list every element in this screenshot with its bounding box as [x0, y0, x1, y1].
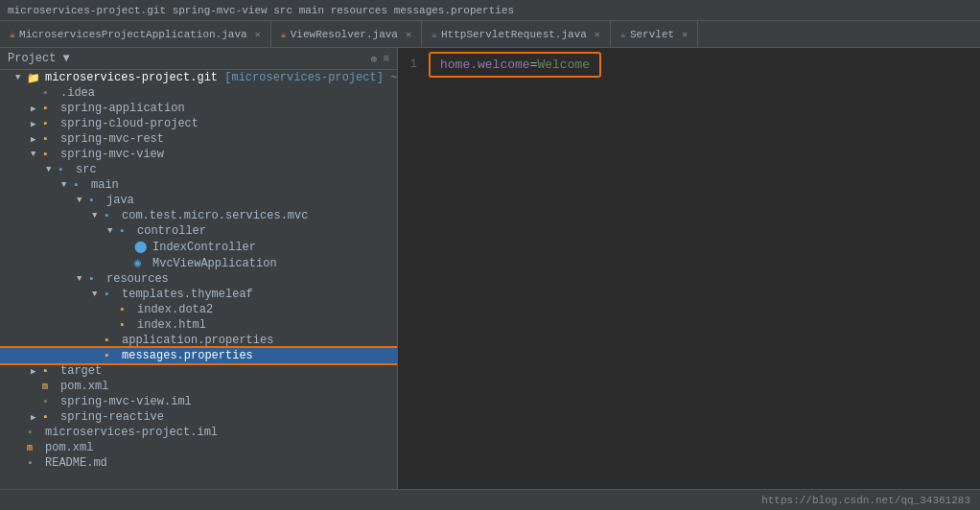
tree-label: index.dota2: [137, 303, 213, 316]
tree-item-idea[interactable]: ▪ .idea: [0, 85, 397, 101]
tree-label: templates.thymeleaf: [122, 288, 253, 301]
tree-item-pom-xml[interactable]: m pom.xml: [0, 379, 397, 394]
folder-icon: ▪: [104, 289, 119, 300]
folder-icon: ▪: [73, 179, 88, 191]
tree-label: microservices-project.git [microservices…: [45, 71, 398, 84]
file-md-icon: ▪: [27, 457, 42, 469]
tree-item-templates[interactable]: ▼ ▪ templates.thymeleaf: [0, 287, 397, 302]
editor-content[interactable]: 1 home.welcome = Welcome: [398, 48, 980, 489]
tree-item-microservices-iml[interactable]: ▪ microservices-project.iml: [0, 425, 397, 440]
arrow-icon: ▶: [31, 119, 42, 129]
tree-label: spring-mvc-view: [60, 148, 164, 161]
sidebar-header[interactable]: Project ▼ ⊕ ≡: [0, 48, 397, 70]
tab-label: HttpServletRequest.java: [441, 29, 587, 40]
tree-item-mvc-view-app[interactable]: ◉ MvcViewApplication: [0, 255, 397, 271]
tree-label: messages.properties: [122, 349, 253, 362]
folder-icon: 📁: [27, 72, 42, 84]
tree-item-spring-mvc-iml[interactable]: ▪ spring-mvc-view.iml: [0, 394, 397, 409]
file-icon: ▪: [104, 350, 119, 361]
file-icon: ▪: [104, 335, 119, 346]
tree-label: com.test.micro.services.mvc: [122, 209, 308, 222]
arrow-icon: ▼: [77, 274, 88, 284]
arrow-icon: ▶: [31, 104, 42, 114]
arrow-icon: ▼: [61, 180, 73, 190]
tab-close-icon[interactable]: ✕: [595, 29, 600, 40]
arrow-icon: ▼: [15, 73, 27, 82]
tree-item-spring-mvc-view[interactable]: ▼ ▪ spring-mvc-view: [0, 147, 397, 162]
arrow-icon: ▼: [46, 165, 58, 174]
tab-servlet[interactable]: ☕ Servlet ✕: [611, 21, 698, 47]
file-m-icon: m: [27, 443, 42, 453]
code-eq: =: [530, 58, 538, 72]
tree-label: pom.xml: [60, 380, 108, 393]
tab-label: Servlet: [630, 29, 674, 40]
tree-item-com[interactable]: ▼ ▪ com.test.micro.services.mvc: [0, 208, 397, 223]
main-area: Project ▼ ⊕ ≡ ▼ 📁 microservices-project.…: [0, 48, 980, 489]
folder-icon: ▪: [42, 365, 58, 377]
tab-viewresolver[interactable]: ☕ ViewResolver.java ✕: [271, 21, 422, 47]
tree-item-resources[interactable]: ▼ ▪ resources: [0, 271, 397, 287]
status-url: https://blog.csdn.net/qq_34361283: [761, 495, 970, 506]
folder-icon: ▪: [104, 210, 119, 221]
arrow-icon: ▶: [31, 412, 42, 423]
tree-item-src[interactable]: ▼ ▪ src: [0, 162, 397, 177]
tree-label: .idea: [60, 86, 95, 100]
tree-label: IndexController: [152, 241, 256, 254]
folder-icon: ▪: [42, 87, 58, 99]
java-icon: ☕: [620, 29, 626, 40]
java-icon: ☕: [281, 29, 287, 40]
tree-label: main: [91, 178, 119, 192]
java-class-icon: ⬤: [134, 240, 150, 254]
file-m-icon: m: [42, 382, 58, 392]
folder-icon: ▪: [42, 149, 58, 160]
tree-item-index-html[interactable]: ▪ index.html: [0, 317, 397, 333]
tree-item-java[interactable]: ▼ ▪ java: [0, 193, 397, 208]
tab-project-app[interactable]: ☕ MicroservicesProjectApplication.java ✕: [0, 21, 271, 47]
tree-item-application-props[interactable]: ▪ application.properties: [0, 333, 397, 348]
folder-icon: ▪: [42, 133, 58, 145]
tab-bar: ☕ MicroservicesProjectApplication.java ✕…: [0, 21, 980, 48]
tree-label: spring-cloud-project: [60, 117, 198, 130]
tree-label: spring-application: [60, 102, 185, 115]
arrow-icon: ▶: [31, 134, 42, 145]
top-path-bar: microservices-project.git spring-mvc-vie…: [0, 0, 980, 21]
tab-close-icon[interactable]: ✕: [255, 29, 261, 40]
tree-item-spring-mvc-rest[interactable]: ▶ ▪ spring-mvc-rest: [0, 131, 397, 147]
tree-label: spring-reactive: [60, 410, 164, 424]
tree-item-spring-cloud[interactable]: ▶ ▪ spring-cloud-project: [0, 116, 397, 131]
tree-item-index-dota2[interactable]: ▪ index.dota2: [0, 302, 397, 317]
tree-item-target[interactable]: ▶ ▪ target: [0, 363, 397, 379]
folder-icon: ▪: [88, 195, 104, 206]
tree-item-main[interactable]: ▼ ▪ main: [0, 177, 397, 193]
file-iml-icon: ▪: [42, 396, 58, 407]
tree-item-index-controller[interactable]: ⬤ IndexController: [0, 239, 397, 255]
editor-area: 1 home.welcome = Welcome: [398, 48, 980, 489]
folder-icon: ▪: [119, 225, 134, 237]
java-app-icon: ◉: [134, 256, 150, 270]
arrow-icon: ▼: [77, 196, 88, 205]
tree-item-spring-application[interactable]: ▶ ▪ spring-application: [0, 101, 397, 116]
tab-close-icon[interactable]: ✕: [682, 29, 688, 40]
tab-httpservlet[interactable]: ☕ HttpServletRequest.java ✕: [422, 21, 611, 47]
tab-label: ViewResolver.java: [291, 29, 398, 40]
folder-icon: ▪: [42, 103, 58, 114]
tree-label: README.md: [45, 456, 107, 470]
tab-close-icon[interactable]: ✕: [406, 29, 411, 40]
sidebar-icon-add[interactable]: ⊕: [371, 53, 378, 65]
folder-icon: ▪: [42, 118, 58, 129]
tree-item-messages-props[interactable]: ▪ messages.properties: [0, 348, 397, 363]
java-icon: ☕: [10, 29, 15, 40]
java-icon: ☕: [432, 29, 437, 40]
tree-item-root[interactable]: ▼ 📁 microservices-project.git [microserv…: [0, 70, 397, 85]
sidebar-icon-settings[interactable]: ≡: [383, 53, 389, 65]
tree-item-controller[interactable]: ▼ ▪ controller: [0, 223, 397, 239]
arrow-icon: ▼: [107, 226, 119, 236]
tree-label: microservices-project.iml: [45, 426, 218, 439]
code-value: Welcome: [537, 58, 590, 72]
tree-item-spring-reactive[interactable]: ▶ ▪ spring-reactive: [0, 409, 397, 425]
tree-item-pom-xml-root[interactable]: m pom.xml: [0, 440, 397, 455]
tree-item-readme[interactable]: ▪ README.md: [0, 455, 397, 471]
tree-label: index.html: [137, 318, 206, 332]
tab-label: MicroservicesProjectApplication.java: [19, 29, 247, 40]
code-highlight-box: home.welcome = Welcome: [429, 52, 601, 78]
